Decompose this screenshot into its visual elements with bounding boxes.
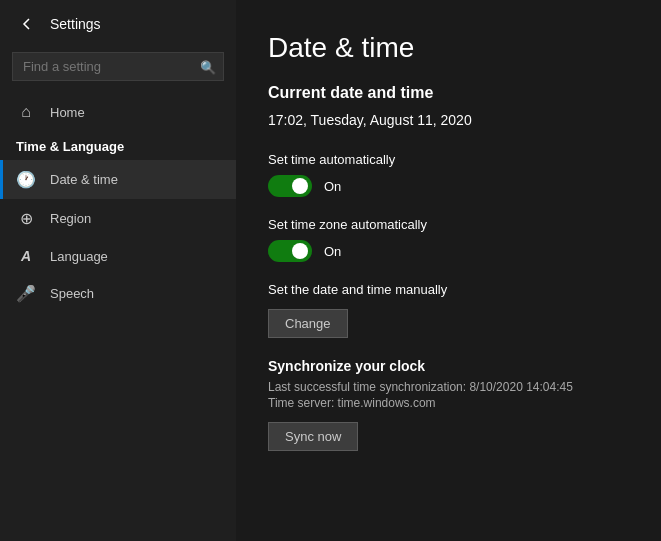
sync-section: Synchronize your clock Last successful t…	[268, 358, 629, 451]
set-manual-group: Set the date and time manually Change	[268, 282, 629, 338]
set-time-auto-group: Set time automatically On	[268, 152, 629, 197]
home-icon: ⌂	[16, 103, 36, 121]
back-button[interactable]	[16, 13, 38, 35]
region-icon: ⊕	[16, 209, 36, 228]
sync-title: Synchronize your clock	[268, 358, 629, 374]
set-time-auto-state: On	[324, 179, 341, 194]
sidebar-item-language-label: Language	[50, 249, 108, 264]
set-time-auto-toggle-row: On	[268, 175, 629, 197]
sidebar-item-region-label: Region	[50, 211, 91, 226]
search-icon: 🔍	[200, 59, 216, 74]
settings-title: Settings	[50, 16, 101, 32]
sidebar: Settings 🔍 ⌂ Home Time & Language 🕐 Date…	[0, 0, 236, 541]
sync-info-2: Time server: time.windows.com	[268, 396, 629, 410]
set-timezone-auto-state: On	[324, 244, 341, 259]
sidebar-item-datetime[interactable]: 🕐 Date & time	[0, 160, 236, 199]
datetime-icon: 🕐	[16, 170, 36, 189]
set-time-auto-label: Set time automatically	[268, 152, 629, 167]
current-date-time-heading: Current date and time	[268, 84, 629, 102]
language-icon: A	[16, 248, 36, 264]
current-time-display: 17:02, Tuesday, August 11, 2020	[268, 112, 629, 128]
main-content: Date & time Current date and time 17:02,…	[236, 0, 661, 541]
toggle-knob	[292, 178, 308, 194]
sidebar-item-datetime-label: Date & time	[50, 172, 118, 187]
sidebar-item-speech-label: Speech	[50, 286, 94, 301]
sidebar-item-language[interactable]: A Language	[0, 238, 236, 274]
speech-icon: 🎤	[16, 284, 36, 303]
set-timezone-auto-toggle-row: On	[268, 240, 629, 262]
set-timezone-auto-toggle[interactable]	[268, 240, 312, 262]
set-manual-label: Set the date and time manually	[268, 282, 629, 297]
set-timezone-auto-group: Set time zone automatically On	[268, 217, 629, 262]
search-box[interactable]: 🔍	[12, 52, 224, 81]
sync-info-1: Last successful time synchronization: 8/…	[268, 380, 629, 394]
sidebar-item-home-label: Home	[50, 105, 85, 120]
search-input[interactable]	[12, 52, 224, 81]
sidebar-item-speech[interactable]: 🎤 Speech	[0, 274, 236, 313]
set-time-auto-toggle[interactable]	[268, 175, 312, 197]
toggle-knob-2	[292, 243, 308, 259]
change-button[interactable]: Change	[268, 309, 348, 338]
sidebar-item-home[interactable]: ⌂ Home	[0, 93, 236, 131]
sync-now-button[interactable]: Sync now	[268, 422, 358, 451]
page-title: Date & time	[268, 32, 629, 64]
sidebar-item-region[interactable]: ⊕ Region	[0, 199, 236, 238]
time-language-label: Time & Language	[0, 131, 236, 160]
set-timezone-auto-label: Set time zone automatically	[268, 217, 629, 232]
sidebar-header: Settings	[0, 0, 236, 48]
